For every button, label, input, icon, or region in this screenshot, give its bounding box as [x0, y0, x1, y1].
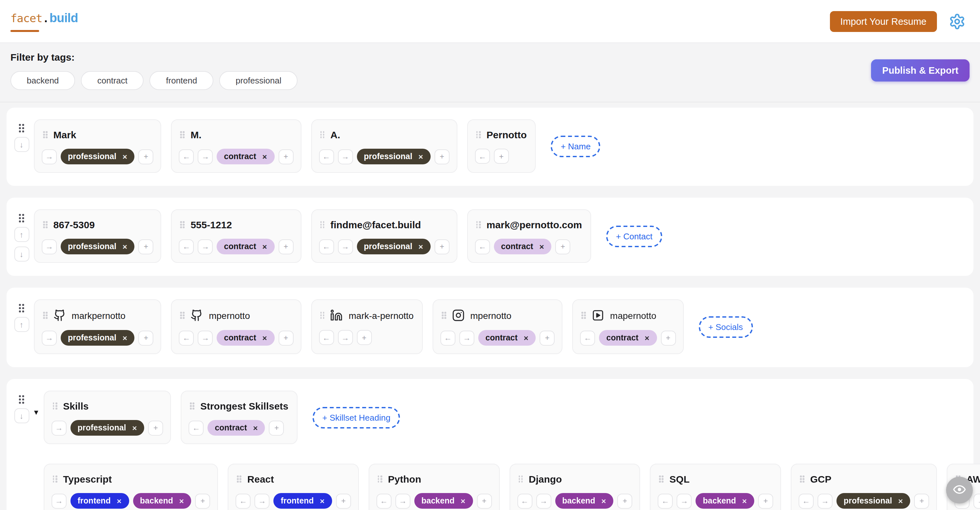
move-section-up-button[interactable]: ↑ [14, 317, 29, 332]
drag-handle-icon[interactable] [442, 312, 446, 319]
card-mapernotto[interactable]: mapernotto←contract✕+ [573, 299, 684, 354]
remove-tag-icon[interactable]: ✕ [123, 334, 127, 342]
card-django[interactable]: Django←→backend✕+ [509, 464, 640, 510]
move-right-button[interactable]: → [459, 330, 474, 345]
move-left-button[interactable]: ← [179, 330, 194, 345]
remove-tag-icon[interactable]: ✕ [132, 424, 137, 431]
remove-tag-icon[interactable]: ✕ [320, 497, 325, 504]
filter-tag-backend[interactable]: backend [10, 71, 75, 90]
drag-handle-icon[interactable] [19, 124, 24, 132]
remove-tag-icon[interactable]: ✕ [253, 424, 258, 431]
drag-handle-icon[interactable] [476, 131, 481, 138]
drag-handle-icon[interactable] [19, 304, 24, 312]
card-mark[interactable]: Mark→professional✕+ [34, 119, 161, 173]
add-tag-button[interactable]: + [477, 493, 492, 508]
card-gcp[interactable]: GCP←→professional✕+ [791, 464, 937, 510]
drag-handle-icon[interactable] [519, 475, 523, 483]
card-sql[interactable]: SQL←→backend✕+ [650, 464, 781, 510]
remove-tag-icon[interactable]: ✕ [523, 334, 529, 342]
settings-gear-icon[interactable] [949, 13, 966, 30]
remove-tag-icon[interactable]: ✕ [418, 153, 423, 160]
card-markpernotto[interactable]: markpernotto→professional✕+ [34, 299, 161, 354]
add-tag-button[interactable]: + [555, 239, 570, 254]
card-react[interactable]: React←→frontend✕+ [228, 464, 358, 510]
card-mark-pernotto-com[interactable]: mark@pernotto.com←contract✕+ [467, 209, 591, 263]
add-tag-button[interactable]: + [195, 493, 210, 508]
drag-handle-icon[interactable] [320, 312, 325, 319]
drag-handle-icon[interactable] [237, 475, 242, 483]
remove-tag-icon[interactable]: ✕ [898, 497, 903, 504]
card-findme-facet-build[interactable]: findme@facet.build←→professional✕+ [311, 209, 457, 263]
card-555-1212[interactable]: 555-1212←→contract✕+ [171, 209, 301, 263]
move-left-button[interactable]: ← [377, 493, 391, 508]
drag-handle-icon[interactable] [180, 221, 185, 228]
drag-handle-icon[interactable] [180, 131, 185, 138]
add-tag-button[interactable]: + [138, 149, 154, 164]
card-mark-a-pernotto[interactable]: mark-a-pernotto←→+ [311, 299, 423, 354]
move-right-button[interactable]: → [255, 493, 269, 508]
move-section-up-button[interactable]: ↑ [14, 227, 29, 242]
drag-handle-icon[interactable] [800, 475, 805, 483]
move-right-button[interactable]: → [536, 493, 551, 508]
move-right-button[interactable]: → [677, 493, 692, 508]
drag-handle-icon[interactable] [659, 475, 664, 483]
add-tag-button[interactable]: + [660, 330, 676, 345]
card-skills[interactable]: Skills→professional✕+ [44, 391, 171, 444]
move-right-button[interactable]: → [198, 239, 213, 254]
add-tag-button[interactable]: + [617, 493, 633, 508]
move-left-button[interactable]: ← [189, 420, 204, 435]
move-right-button[interactable]: → [42, 330, 57, 345]
drag-handle-icon[interactable] [53, 402, 57, 410]
move-left-button[interactable]: ← [235, 493, 251, 508]
drag-handle-icon[interactable] [43, 221, 48, 228]
add-tag-button[interactable]: + [434, 149, 450, 164]
add-tag-button[interactable]: + [269, 420, 284, 435]
card-m-[interactable]: M.←→contract✕+ [171, 119, 301, 173]
filter-tag-frontend[interactable]: frontend [150, 71, 213, 90]
move-right-button[interactable]: → [51, 420, 67, 435]
remove-tag-icon[interactable]: ✕ [123, 243, 127, 250]
logo[interactable]: facet . build [10, 11, 78, 32]
drag-handle-icon[interactable] [53, 475, 57, 483]
move-left-button[interactable]: ← [658, 493, 673, 508]
move-left-button[interactable]: ← [319, 149, 334, 164]
add-tag-button[interactable]: + [434, 239, 450, 254]
remove-tag-icon[interactable]: ✕ [601, 497, 606, 504]
drag-handle-icon[interactable] [19, 214, 24, 222]
filter-tag-professional[interactable]: professional [219, 71, 298, 90]
move-left-button[interactable]: ← [319, 330, 334, 345]
move-right-button[interactable]: → [198, 149, 213, 164]
move-left-button[interactable]: ← [441, 330, 455, 345]
filter-tag-contract[interactable]: contract [81, 71, 144, 90]
move-right-button[interactable]: → [338, 149, 353, 164]
add-tag-button[interactable]: + [494, 149, 509, 164]
add-tag-button[interactable]: + [278, 149, 293, 164]
remove-tag-icon[interactable]: ✕ [123, 153, 127, 160]
remove-tag-icon[interactable]: ✕ [418, 243, 423, 250]
move-right-button[interactable]: → [974, 493, 980, 508]
move-right-button[interactable]: → [42, 239, 57, 254]
move-left-button[interactable]: ← [581, 330, 595, 345]
move-right-button[interactable]: → [818, 493, 832, 508]
move-left-button[interactable]: ← [179, 239, 194, 254]
card-mpernotto[interactable]: mpernotto←→contract✕+ [171, 299, 301, 354]
card-mpernotto[interactable]: mpernotto←→contract✕+ [433, 299, 563, 354]
preview-eye-button[interactable] [946, 477, 973, 504]
remove-tag-icon[interactable]: ✕ [742, 497, 747, 504]
card-python[interactable]: Python←→backend✕+ [369, 464, 500, 510]
move-right-button[interactable]: → [42, 149, 57, 164]
move-left-button[interactable]: ← [517, 493, 532, 508]
add-tag-button[interactable]: + [278, 330, 293, 345]
add-socials-button[interactable]: + Socials [698, 316, 752, 337]
move-right-button[interactable]: → [395, 493, 410, 508]
remove-tag-icon[interactable]: ✕ [262, 334, 267, 342]
remove-tag-icon[interactable]: ✕ [644, 334, 649, 342]
move-section-down-button[interactable]: ↓ [14, 246, 29, 262]
remove-tag-icon[interactable]: ✕ [262, 243, 267, 250]
drag-handle-icon[interactable] [43, 131, 48, 138]
drag-handle-icon[interactable] [582, 312, 586, 319]
drag-handle-icon[interactable] [320, 131, 325, 138]
card-strongest-skillsets[interactable]: Strongest Skillsets←contract✕+ [181, 391, 298, 444]
add-tag-button[interactable]: + [758, 493, 773, 508]
add-tag-button[interactable]: + [138, 330, 154, 345]
